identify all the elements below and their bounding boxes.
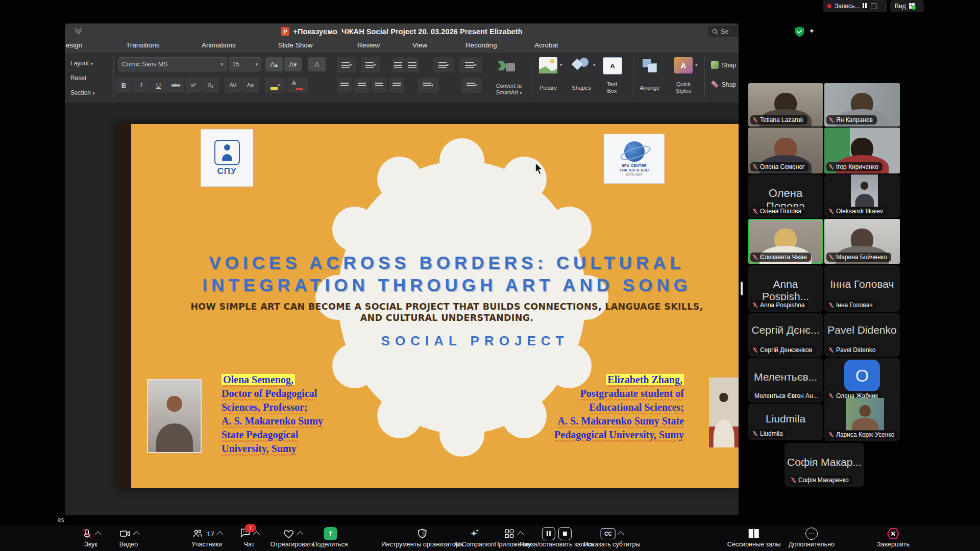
ai-sparkle-icon[interactable]: ✦ bbox=[808, 27, 815, 36]
align-right-button[interactable] bbox=[372, 78, 387, 93]
participant-tile-photo[interactable]: Лариса Корж-Усенко bbox=[824, 398, 900, 441]
more-button[interactable]: ⋯ Дополнительно bbox=[789, 527, 835, 548]
strikethrough-button[interactable]: abc bbox=[167, 78, 184, 93]
columns-button[interactable]: ▾ bbox=[459, 57, 482, 72]
participants-button[interactable]: 17 Участники bbox=[191, 527, 222, 548]
italic-button[interactable]: I bbox=[133, 78, 150, 93]
panel-resize-handle[interactable] bbox=[741, 282, 743, 295]
arrange-button[interactable]: Arrange bbox=[634, 85, 665, 91]
bullets-button[interactable]: ▾ bbox=[337, 57, 356, 72]
shapes-button[interactable]: Shapes bbox=[566, 85, 597, 91]
font-name-select[interactable]: Comic Sans MS ▾ bbox=[118, 57, 227, 71]
share-screen-button[interactable]: Поделиться bbox=[312, 527, 348, 548]
view-button[interactable]: Вид bbox=[890, 0, 924, 12]
participant-tile-name-only[interactable]: Anna Pospish... Anna Pospishna bbox=[748, 265, 823, 312]
participant-tile-avatar[interactable]: O Олена Жабчик bbox=[824, 358, 900, 403]
clear-formatting-button[interactable]: A bbox=[308, 57, 326, 71]
section-button[interactable]: Section ▾ bbox=[70, 89, 95, 96]
participant-tile-video[interactable]: Олена Семеног bbox=[748, 128, 823, 173]
font-color-button[interactable]: A bbox=[287, 78, 308, 93]
participant-tile-video[interactable]: Марина Бойченко bbox=[824, 219, 900, 264]
mute-button[interactable]: Звук bbox=[82, 527, 101, 548]
participant-tile-name-only[interactable]: Сергій Дєнє... Сергій Денєжніков bbox=[748, 313, 823, 357]
numbering-button[interactable]: ▾ bbox=[361, 57, 380, 72]
align-left-button[interactable] bbox=[337, 78, 352, 93]
stop-recording-icon[interactable] bbox=[558, 527, 572, 540]
indent-increase-button[interactable] bbox=[406, 57, 419, 72]
shape-outline-button[interactable]: Shap bbox=[711, 81, 736, 88]
superscript-button[interactable]: x² bbox=[185, 78, 202, 93]
layout-button[interactable]: Layout ▾ bbox=[70, 60, 93, 67]
indent-decrease-button[interactable] bbox=[391, 57, 405, 72]
search-field[interactable]: Se bbox=[708, 26, 739, 37]
participant-tile-name-only[interactable]: Олена Попова Олена Попова bbox=[748, 174, 823, 218]
slide-canvas[interactable]: СПУ SPU CENTERFOR SCI & EDU ESTD 2024 VO… bbox=[117, 124, 739, 488]
end-meeting-button[interactable]: Завершить bbox=[877, 527, 910, 548]
pause-stop-recording-button[interactable]: Пауза/остановить запись bbox=[520, 527, 594, 548]
align-center-button[interactable] bbox=[354, 78, 370, 93]
justify-button[interactable] bbox=[389, 78, 404, 93]
tab-animations[interactable]: Animations bbox=[202, 41, 236, 49]
font-size-select[interactable]: 15 ▾ bbox=[229, 57, 261, 71]
participant-tile-name-only[interactable]: Pavel Didenko Pavel Didenko bbox=[824, 313, 900, 357]
security-shield-icon[interactable] bbox=[794, 26, 805, 37]
host-tools-button[interactable]: Инструменты организатора bbox=[381, 527, 462, 548]
participants-options-chevron[interactable] bbox=[216, 531, 223, 538]
tab-slide-show[interactable]: Slide Show bbox=[278, 41, 313, 49]
participant-tile-name-only[interactable]: Софія Макар... Софія Макаренко bbox=[785, 443, 864, 487]
participant-tile-video[interactable]: Oleksandr Ilkaiev bbox=[824, 174, 900, 218]
tab-design[interactable]: esign bbox=[66, 41, 82, 49]
grow-font-button[interactable]: A▴ bbox=[265, 57, 283, 71]
captions-button[interactable]: CC Показать субтитры bbox=[584, 527, 641, 548]
reactions-button[interactable]: Отреагировать bbox=[270, 527, 314, 548]
pause-recording-icon[interactable] bbox=[863, 3, 868, 10]
change-case-button[interactable]: Aa bbox=[242, 78, 259, 93]
participant-tile-video[interactable]: Tetiana Lazaruk bbox=[748, 83, 823, 127]
participant-tile-name-only[interactable]: Liudmila Liudmila bbox=[748, 404, 823, 440]
line-spacing-button[interactable]: ▾ bbox=[433, 57, 454, 72]
text-box-button[interactable]: TextBox bbox=[597, 81, 627, 94]
ai-companion-button[interactable]: AI Companion bbox=[454, 527, 494, 548]
participant-tile-video-active-speaker[interactable]: Єлизавета Чжан bbox=[748, 219, 823, 264]
video-options-chevron[interactable] bbox=[133, 531, 140, 538]
tab-review[interactable]: Review bbox=[357, 41, 380, 49]
arrange-icon[interactable] bbox=[641, 57, 659, 73]
picture-icon[interactable] bbox=[539, 57, 557, 73]
justify-icon bbox=[393, 83, 401, 88]
audio-options-chevron[interactable] bbox=[95, 531, 102, 538]
quick-styles-button[interactable]: QuickStyles bbox=[668, 81, 699, 94]
align-text-button[interactable]: ▾ bbox=[461, 78, 482, 93]
chat-options-chevron[interactable] bbox=[253, 531, 260, 538]
participant-tile-name-only[interactable]: Мелентьєв... Мелентьєв Євген Ан... bbox=[748, 358, 823, 403]
participant-tile-name-only[interactable]: Інна Головач Інна Головач bbox=[824, 265, 900, 312]
recording-indicator[interactable]: Запись... bbox=[823, 0, 887, 12]
character-spacing-button[interactable]: AV bbox=[225, 78, 241, 93]
video-button[interactable]: Видео bbox=[119, 527, 139, 548]
convert-to-smartart-button[interactable]: Convert toSmartArt ▾ bbox=[483, 83, 534, 96]
shape-fill-button[interactable]: Shap bbox=[711, 61, 736, 69]
shapes-icon[interactable] bbox=[572, 57, 591, 73]
highlight-color-button[interactable]: ▾ bbox=[265, 78, 285, 93]
participant-tile-video[interactable]: Ігор Кириченко bbox=[824, 128, 900, 173]
reset-button[interactable]: Reset bbox=[70, 74, 86, 82]
text-box-icon[interactable]: A bbox=[603, 57, 622, 74]
tab-view[interactable]: View bbox=[412, 41, 427, 49]
reactions-options-chevron[interactable] bbox=[297, 531, 304, 538]
tab-recording[interactable]: Recording bbox=[465, 41, 497, 49]
tab-transitions[interactable]: Transitions bbox=[126, 41, 160, 49]
underline-button[interactable]: U bbox=[150, 78, 167, 93]
picture-button[interactable]: Picture bbox=[533, 85, 564, 91]
window-titlebar[interactable]: P +Показуємо_ЧЖАН Social Project 20. 03.… bbox=[65, 23, 739, 39]
stop-recording-icon[interactable] bbox=[871, 4, 876, 9]
breakout-rooms-button[interactable]: Сессионные залы bbox=[727, 527, 781, 548]
tab-acrobat[interactable]: Acrobat bbox=[534, 41, 558, 49]
captions-options-chevron[interactable] bbox=[618, 531, 624, 538]
subscript-button[interactable]: X₂ bbox=[202, 78, 219, 93]
pause-recording-icon[interactable] bbox=[542, 527, 555, 540]
quick-styles-icon[interactable]: A bbox=[674, 57, 693, 73]
text-direction-button[interactable]: ▾ bbox=[418, 78, 438, 93]
participant-tile-video[interactable]: Ян Капранов bbox=[824, 83, 900, 127]
chat-button[interactable]: 1 Чат bbox=[239, 527, 259, 548]
shrink-font-button[interactable]: A▾ bbox=[284, 57, 302, 71]
bold-button[interactable]: B bbox=[115, 78, 132, 93]
